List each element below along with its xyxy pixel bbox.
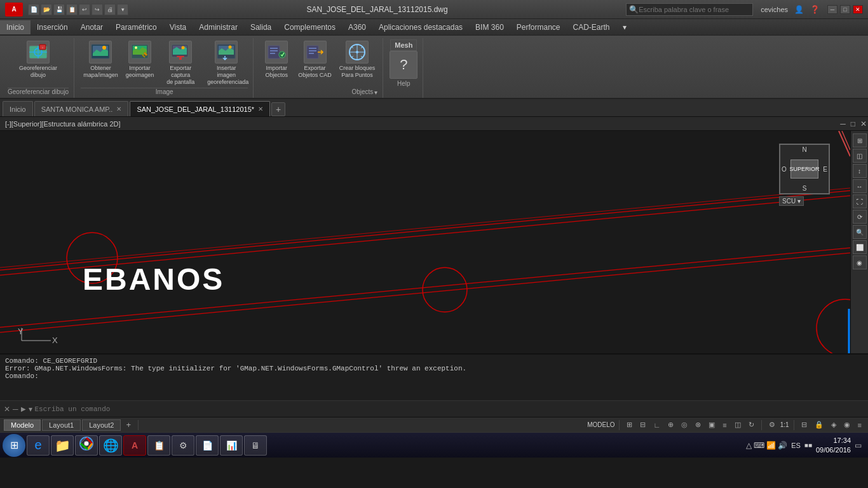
polar-icon[interactable]: ⊕: [665, 420, 676, 430]
tray-arrow[interactable]: △: [746, 441, 752, 450]
menu-anotar[interactable]: Anotar: [74, 20, 109, 34]
redo-icon[interactable]: ↪: [92, 4, 103, 15]
menu-cadearth[interactable]: CAD-Earth: [567, 20, 616, 34]
layout2-tab[interactable]: Layout2: [82, 419, 121, 431]
properties-icon[interactable]: ≡: [855, 421, 864, 430]
rt-btn-5[interactable]: ⛶: [853, 194, 867, 208]
ducs-icon[interactable]: ▣: [706, 420, 717, 430]
save-icon[interactable]: 💾: [53, 4, 65, 15]
tab-inicio[interactable]: Inicio: [3, 101, 33, 116]
menu-inicio[interactable]: Inicio: [0, 20, 31, 34]
save-as-icon[interactable]: 📋: [66, 4, 78, 15]
georef-group-label: Georeferenciar dibujo: [8, 88, 69, 97]
show-desktop[interactable]: ▭: [855, 441, 862, 450]
tab-santa-monica[interactable]: SANTA MONICA AMP.. ✕: [34, 101, 129, 116]
print-icon[interactable]: 🖨: [104, 4, 116, 15]
annotation-icon[interactable]: ⚙: [766, 420, 778, 430]
layout1-tab[interactable]: Layout1: [42, 419, 81, 431]
taskbar-app2[interactable]: ⚙: [172, 435, 194, 456]
menu-bim360[interactable]: BIM 360: [469, 20, 510, 34]
search-box[interactable]: 🔍: [626, 3, 753, 16]
add-layout-button[interactable]: +: [122, 419, 135, 431]
osnap-icon[interactable]: ◎: [679, 420, 690, 430]
rt-btn-8[interactable]: ⬜: [853, 240, 867, 254]
exportar-captura-button[interactable]: Exportar capturade pantalla: [159, 39, 202, 86]
taskbar-excel[interactable]: 📊: [220, 435, 243, 456]
minimize-button[interactable]: ─: [827, 5, 837, 14]
importar-geoimagen-button[interactable]: Importargeoimagen: [123, 39, 157, 80]
tray-keyboard[interactable]: ⌨: [754, 441, 764, 450]
isolate-icon[interactable]: ◉: [841, 420, 853, 430]
rt-btn-6[interactable]: ⟳: [853, 210, 867, 224]
command-close-icon[interactable]: ✕: [4, 405, 10, 414]
select-cycling-icon[interactable]: ↻: [746, 420, 757, 430]
command-minimize-icon[interactable]: ─: [13, 405, 18, 414]
menu-a360[interactable]: A360: [342, 20, 372, 34]
scu-label[interactable]: SCU ▾: [779, 196, 804, 206]
menu-aplicaciones[interactable]: Aplicaciones destacadas: [372, 20, 469, 34]
open-file-icon[interactable]: 📂: [41, 4, 52, 15]
georeferenciar-dibujo-button[interactable]: ↑ Georeferenciardibujo: [17, 39, 60, 80]
otrack-icon[interactable]: ⊗: [693, 420, 703, 430]
lock-icon[interactable]: 🔒: [812, 420, 826, 430]
menu-parametrico[interactable]: Paramétrico: [109, 20, 163, 34]
snap-icon[interactable]: ⊟: [637, 420, 648, 430]
help-icon[interactable]: ❓: [810, 5, 820, 14]
search-input[interactable]: [639, 6, 740, 13]
menu-more[interactable]: ▾: [616, 20, 633, 34]
taskbar-app3[interactable]: 🖥: [244, 435, 267, 456]
tray-volume[interactable]: 🔊: [778, 441, 787, 450]
command-input[interactable]: [35, 405, 864, 413]
model-tab[interactable]: Modelo: [4, 419, 41, 431]
taskbar-ie[interactable]: e: [27, 435, 50, 456]
menu-performance[interactable]: Performance: [510, 20, 567, 34]
start-button[interactable]: ⊞: [3, 434, 25, 457]
grid-icon[interactable]: ⊞: [624, 420, 635, 430]
tab-santa-monica-close[interactable]: ✕: [116, 105, 121, 112]
crear-bloques-button[interactable]: Crear bloquesPara Puntos: [337, 39, 378, 80]
add-tab-button[interactable]: +: [271, 102, 285, 116]
menu-complementos[interactable]: Complementos: [278, 20, 342, 34]
exportar-objetos-button[interactable]: ExportarObjetos CAD: [295, 39, 334, 80]
menu-administrar[interactable]: Administrar: [193, 20, 244, 34]
hardware-icon[interactable]: ◈: [829, 420, 839, 430]
command-dropdown-icon[interactable]: ▾: [29, 405, 32, 414]
tab-san-jose[interactable]: SAN_JOSE_DEL_JARAL_13112015* ✕: [130, 101, 270, 116]
taskbar-files[interactable]: 📁: [51, 435, 74, 456]
rt-btn-4[interactable]: ↔: [853, 179, 867, 193]
obtener-mapa-button[interactable]: Obtenermapa/imagen: [81, 39, 121, 80]
viewport-restore-button[interactable]: □: [850, 119, 857, 128]
help-button[interactable]: ?: [390, 51, 417, 79]
tab-san-jose-close[interactable]: ✕: [258, 105, 263, 112]
taskbar-pdf[interactable]: 📄: [196, 435, 219, 456]
objects-expand-icon[interactable]: ▾: [374, 89, 377, 96]
lineweight-icon[interactable]: ≡: [720, 421, 729, 430]
drawing-area[interactable]: EBANOS Y X N S E O SUPERIOR SCU ▾ ⊞ ◫ ↕ …: [0, 131, 868, 353]
taskbar-earth[interactable]: 🌐: [99, 435, 122, 456]
menu-vista[interactable]: Vista: [163, 20, 193, 34]
taskbar-chrome[interactable]: [75, 435, 98, 456]
menu-salida[interactable]: Salida: [244, 20, 278, 34]
viewport-minimize-button[interactable]: ─: [839, 119, 847, 128]
undo-icon[interactable]: ↩: [79, 4, 90, 15]
qat-dropdown[interactable]: ▾: [117, 4, 128, 15]
rt-btn-1[interactable]: ⊞: [853, 133, 867, 147]
rt-btn-2[interactable]: ◫: [853, 149, 867, 163]
ortho-icon[interactable]: ∟: [651, 421, 663, 430]
rt-btn-9[interactable]: ◉: [853, 255, 867, 269]
new-file-icon[interactable]: 📄: [28, 4, 39, 15]
rt-btn-7[interactable]: 🔍: [853, 225, 867, 239]
close-button[interactable]: ✕: [853, 5, 863, 14]
taskbar-app1[interactable]: 📋: [147, 435, 170, 456]
insertar-imagen-button[interactable]: Insertar imagengeoreferenciada: [205, 39, 248, 86]
restore-button[interactable]: □: [840, 5, 850, 14]
workspace-icon[interactable]: ⊟: [799, 420, 810, 430]
menu-insercion[interactable]: Inserción: [31, 20, 74, 34]
svg-text:↑: ↑: [42, 46, 44, 50]
transparency-icon[interactable]: ◫: [732, 420, 743, 430]
importar-objetos-button[interactable]: ImportarObjectos: [260, 39, 293, 80]
tray-network[interactable]: 📶: [766, 441, 776, 450]
viewport-close-button[interactable]: ✕: [859, 119, 868, 128]
rt-btn-3[interactable]: ↕: [853, 164, 867, 178]
taskbar-autocad[interactable]: A: [123, 435, 146, 456]
